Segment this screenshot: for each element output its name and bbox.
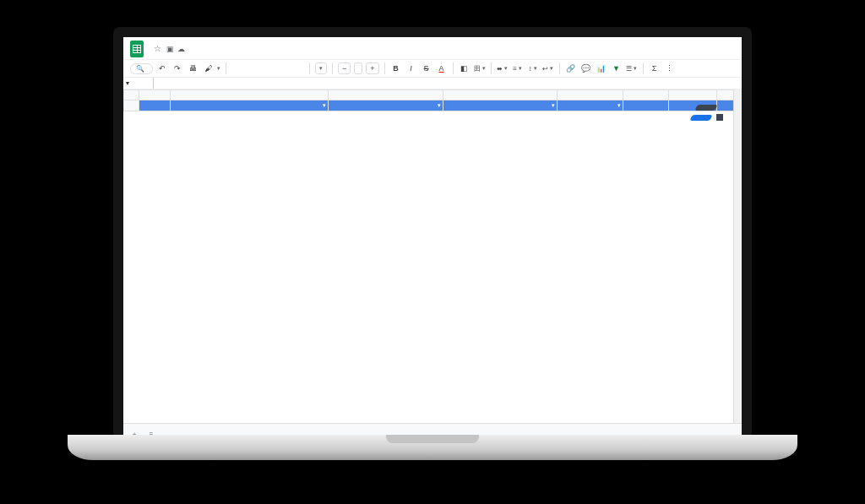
chart-button[interactable]: 📊	[596, 62, 607, 74]
vertical-scrollbar[interactable]	[733, 89, 742, 423]
toolbar-overflow[interactable]: ⋮	[664, 62, 676, 74]
font-size-input[interactable]	[354, 62, 362, 74]
wrap-button[interactable]: ↩	[542, 62, 554, 74]
search-menus[interactable]: 🔍	[130, 63, 153, 74]
redo-button[interactable]: ↷	[171, 62, 183, 74]
name-box-row: ▾	[123, 78, 742, 89]
percent-button[interactable]	[247, 62, 258, 74]
functions-button[interactable]: Σ	[649, 62, 661, 74]
number-format-button[interactable]	[292, 62, 304, 74]
halign-button[interactable]: ≡	[512, 62, 524, 74]
paint-format-button[interactable]: 🖌	[202, 62, 214, 74]
fill-color-button[interactable]: ◧	[459, 62, 471, 74]
star-icon[interactable]: ☆	[154, 44, 161, 53]
text-color-button[interactable]: A	[436, 62, 448, 74]
formula-bar[interactable]	[160, 78, 742, 89]
font-size-dec[interactable]: −	[338, 62, 351, 74]
move-icon[interactable]: ▣	[166, 45, 174, 53]
toolbar: 🔍 ↶ ↷ 🖶 🖌 − + B I S A ◧	[123, 59, 742, 78]
filter-button[interactable]: ▼	[611, 62, 623, 74]
search-icon: 🔍	[136, 65, 144, 73]
currency-button[interactable]	[231, 62, 243, 74]
font-select[interactable]	[315, 62, 327, 74]
dec-decrease-button[interactable]	[262, 62, 274, 74]
filter-views-button[interactable]: ☰	[626, 62, 638, 74]
merge-button[interactable]: ⬌	[497, 62, 509, 74]
google-sheets-app: ☆ ▣ ☁	[123, 37, 742, 445]
italic-button[interactable]: I	[405, 62, 417, 74]
cloud-status-icon[interactable]: ☁	[177, 45, 185, 53]
logo-icon	[691, 105, 723, 127]
bold-button[interactable]: B	[390, 62, 402, 74]
zoom-select[interactable]	[217, 65, 220, 72]
dec-increase-button[interactable]	[277, 62, 289, 74]
valign-button[interactable]: ↕	[527, 62, 539, 74]
spreadsheet-grid[interactable]: ▾ ▾ ▾ ▾	[123, 89, 742, 111]
laptop-frame: ☆ ▣ ☁	[113, 27, 752, 445]
formula-bar-fx	[154, 78, 160, 89]
borders-button[interactable]: 田	[474, 62, 486, 74]
laptop-base	[68, 435, 797, 460]
link-button[interactable]: 🔗	[565, 62, 577, 74]
undo-button[interactable]: ↶	[156, 62, 168, 74]
table-header-row: ▾ ▾ ▾ ▾	[124, 100, 742, 111]
brand-logo	[691, 105, 723, 128]
font-size-inc[interactable]: +	[366, 62, 378, 74]
sheets-logo-icon[interactable]	[130, 41, 144, 57]
strike-button[interactable]: S	[421, 62, 432, 74]
comment-button[interactable]: 💬	[580, 62, 592, 74]
name-box[interactable]: ▾	[123, 78, 154, 89]
print-button[interactable]: 🖶	[187, 62, 199, 74]
title-bar: ☆ ▣ ☁	[123, 37, 742, 59]
column-headers[interactable]	[124, 90, 742, 100]
